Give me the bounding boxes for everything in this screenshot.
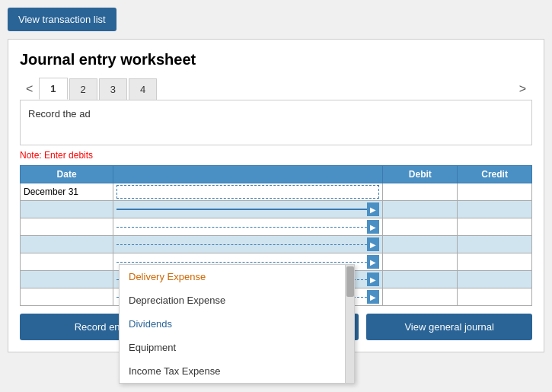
- date-value: December 31: [24, 186, 78, 197]
- date-cell-6: [21, 271, 113, 288]
- date-cell-7: [21, 288, 113, 306]
- next-tab-button[interactable]: >: [513, 79, 532, 99]
- debit-input-6[interactable]: [386, 274, 454, 285]
- date-cell: December 31: [21, 183, 113, 201]
- date-cell-3: [21, 218, 113, 236]
- debit-input-4[interactable]: [386, 239, 454, 250]
- credit-cell-4[interactable]: [458, 236, 532, 253]
- tab-1[interactable]: 1: [39, 78, 67, 100]
- debit-cell-3[interactable]: [383, 218, 458, 236]
- description-area: Record the ad: [20, 100, 532, 145]
- tab-3[interactable]: 3: [99, 78, 127, 100]
- debit-input-3[interactable]: [386, 221, 454, 232]
- note-text: Note: Enter debits: [20, 150, 532, 161]
- table-row: ▶: [21, 218, 532, 236]
- table-row: December 31: [21, 183, 532, 201]
- table-row: ▶: [21, 201, 532, 218]
- prev-tab-button[interactable]: <: [20, 79, 39, 99]
- dropdown-item-income-tax[interactable]: Income Tax Expense: [120, 359, 354, 383]
- credit-input-6[interactable]: [461, 274, 528, 285]
- debit-cell-7[interactable]: [383, 288, 458, 306]
- top-bar: View transaction list: [0, 0, 552, 39]
- date-cell-5: [21, 253, 113, 271]
- description-text: Record the ad: [28, 108, 524, 120]
- dropdown-item-depreciation[interactable]: Depreciation Expense: [120, 288, 354, 312]
- account-dropdown[interactable]: Delivery Expense Depreciation Expense Di…: [119, 264, 355, 384]
- credit-input-3[interactable]: [461, 221, 528, 232]
- dropdown-scrollbar[interactable]: [345, 265, 354, 383]
- header-credit: Credit: [458, 166, 532, 183]
- credit-input-2[interactable]: [461, 204, 528, 215]
- debit-cell-1[interactable]: [383, 183, 458, 201]
- account-input-1[interactable]: [116, 185, 379, 199]
- tab-2[interactable]: 2: [69, 78, 97, 100]
- credit-cell-5[interactable]: [458, 253, 532, 271]
- worksheet-title: Journal entry worksheet: [20, 51, 532, 69]
- credit-cell-3[interactable]: [458, 218, 532, 236]
- dropdown-item-delivery[interactable]: Delivery Expense: [120, 265, 354, 288]
- debit-cell-5[interactable]: [383, 253, 458, 271]
- credit-cell-1[interactable]: [458, 183, 532, 201]
- tab-4[interactable]: 4: [129, 78, 157, 100]
- credit-input-1[interactable]: [461, 186, 528, 197]
- header-account: [113, 166, 383, 183]
- header-debit: Debit: [383, 166, 458, 183]
- view-transaction-button[interactable]: View transaction list: [8, 8, 116, 31]
- debit-input-7[interactable]: [386, 292, 454, 302]
- date-cell-2: [21, 201, 113, 218]
- dropdown-item-equipment[interactable]: Equipment: [120, 336, 354, 359]
- debit-cell-4[interactable]: [383, 236, 458, 253]
- header-date: Date: [21, 166, 113, 183]
- debit-input-5[interactable]: [386, 257, 454, 267]
- debit-input-1[interactable]: [386, 186, 454, 197]
- debit-input-2[interactable]: [386, 204, 454, 215]
- account-cell-4[interactable]: ▶: [113, 236, 383, 253]
- scrollbar-thumb: [346, 266, 354, 297]
- tabs-row: < 1 2 3 4 >: [20, 78, 532, 100]
- view-general-journal-button[interactable]: View general journal: [366, 314, 532, 340]
- credit-cell-2[interactable]: [458, 201, 532, 218]
- table-row: ▶: [21, 236, 532, 253]
- credit-cell-7[interactable]: [458, 288, 532, 306]
- debit-cell-2[interactable]: [383, 201, 458, 218]
- date-cell-4: [21, 236, 113, 253]
- main-panel: Journal entry worksheet < 1 2 3 4 > Reco…: [8, 39, 544, 352]
- credit-cell-6[interactable]: [458, 271, 532, 288]
- account-cell-3[interactable]: ▶: [113, 218, 383, 236]
- debit-cell-6[interactable]: [383, 271, 458, 288]
- credit-input-7[interactable]: [461, 292, 528, 302]
- credit-input-4[interactable]: [461, 239, 528, 250]
- account-cell-2[interactable]: ▶: [113, 201, 383, 218]
- dropdown-item-dividends[interactable]: Dividends: [120, 312, 354, 336]
- credit-input-5[interactable]: [461, 257, 528, 267]
- account-cell-1[interactable]: [113, 183, 383, 201]
